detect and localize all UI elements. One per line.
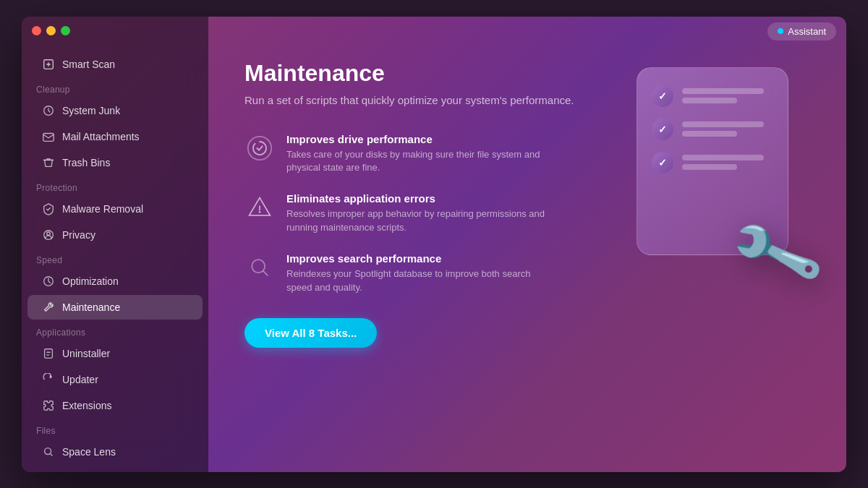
system-junk-label: System Junk bbox=[62, 105, 120, 116]
sidebar-item-uninstaller[interactable]: Uninstaller bbox=[27, 341, 203, 366]
sidebar-item-optimization[interactable]: Optimization bbox=[27, 269, 203, 294]
check-circle-2 bbox=[652, 119, 673, 140]
section-protection-label: Protection bbox=[22, 176, 208, 196]
assistant-dot bbox=[778, 28, 783, 34]
space-lens-icon bbox=[42, 445, 55, 458]
feature-app-title: Eliminates application errors bbox=[286, 192, 548, 205]
sidebar-item-updater[interactable]: Updater bbox=[27, 367, 203, 392]
extensions-icon bbox=[42, 399, 55, 412]
section-speed-label: Speed bbox=[22, 248, 208, 268]
sidebar-item-maintenance[interactable]: Maintenance bbox=[27, 295, 203, 320]
feature-drive-text: Improves drive performance Takes care of… bbox=[286, 133, 548, 176]
uninstaller-label: Uninstaller bbox=[62, 348, 110, 359]
features-list: Improves drive performance Takes care of… bbox=[244, 133, 548, 295]
checklist-row-1 bbox=[652, 85, 773, 107]
check-lines-2 bbox=[682, 121, 773, 137]
check-line bbox=[682, 121, 764, 127]
updater-icon bbox=[42, 373, 55, 386]
sidebar-item-system-junk[interactable]: System Junk bbox=[27, 98, 203, 123]
large-old-files-icon bbox=[42, 471, 55, 472]
optimization-icon bbox=[42, 275, 55, 288]
check-lines-1 bbox=[682, 88, 773, 103]
svg-point-10 bbox=[259, 211, 261, 213]
assistant-button[interactable]: Assistant bbox=[767, 22, 836, 40]
check-line bbox=[682, 164, 737, 170]
checklist-row-2 bbox=[652, 119, 773, 140]
malware-removal-icon bbox=[42, 202, 55, 215]
section-files-label: Files bbox=[22, 419, 208, 439]
extensions-label: Extensions bbox=[62, 400, 111, 411]
section-applications-label: Applications bbox=[22, 320, 208, 341]
traffic-lights bbox=[32, 26, 70, 35]
updater-label: Updater bbox=[62, 374, 98, 385]
check-line bbox=[682, 88, 764, 94]
sidebar-item-privacy[interactable]: Privacy bbox=[27, 223, 203, 247]
checklist-row-3 bbox=[652, 152, 773, 174]
svg-rect-2 bbox=[43, 133, 54, 141]
sidebar: Smart Scan Cleanup System Junk Mail Atta bbox=[22, 17, 208, 472]
sidebar-item-smart-scan[interactable]: Smart Scan bbox=[27, 52, 203, 77]
sidebar-item-extensions[interactable]: Extensions bbox=[27, 393, 203, 418]
app-errors-icon bbox=[244, 192, 275, 223]
trash-bins-label: Trash Bins bbox=[62, 157, 110, 168]
feature-search-title: Improves search performance bbox=[286, 252, 548, 265]
drive-performance-icon bbox=[244, 133, 275, 163]
malware-removal-label: Malware Removal bbox=[62, 203, 143, 215]
sidebar-item-large-old-files[interactable]: Large & Old Files bbox=[27, 466, 203, 472]
space-lens-label: Space Lens bbox=[62, 446, 116, 458]
sidebar-item-trash-bins[interactable]: Trash Bins bbox=[27, 150, 203, 175]
privacy-icon bbox=[42, 228, 55, 241]
sidebar-item-malware-removal[interactable]: Malware Removal bbox=[27, 197, 203, 221]
illustration: 🔧 bbox=[622, 53, 825, 299]
check-line bbox=[682, 155, 764, 160]
system-junk-icon bbox=[42, 104, 55, 117]
main-content: Maintenance Run a set of scripts that qu… bbox=[208, 17, 846, 472]
smart-scan-label: Smart Scan bbox=[62, 59, 115, 70]
svg-rect-6 bbox=[45, 348, 53, 358]
view-tasks-button[interactable]: View All 8 Tasks... bbox=[244, 318, 377, 348]
maintenance-icon bbox=[42, 301, 55, 314]
svg-point-7 bbox=[45, 448, 51, 454]
feature-app-desc: Resolves improper app behavior by repair… bbox=[286, 207, 548, 235]
smart-scan-icon bbox=[42, 58, 55, 71]
close-button[interactable] bbox=[32, 26, 41, 35]
trash-bins-icon bbox=[42, 156, 55, 169]
svg-point-9 bbox=[248, 136, 271, 159]
svg-point-11 bbox=[252, 260, 265, 273]
maximize-button[interactable] bbox=[61, 26, 70, 35]
optimization-label: Optimization bbox=[62, 275, 119, 287]
svg-point-4 bbox=[47, 231, 51, 235]
mail-attachments-icon bbox=[42, 130, 55, 143]
maintenance-label: Maintenance bbox=[62, 301, 120, 313]
search-performance-icon bbox=[244, 252, 275, 283]
uninstaller-icon bbox=[42, 347, 55, 360]
feature-drive-performance: Improves drive performance Takes care of… bbox=[244, 133, 548, 176]
check-line bbox=[682, 131, 737, 137]
app-window: Assistant Smart Scan Cleanup bbox=[22, 17, 846, 472]
titlebar: Assistant bbox=[22, 17, 846, 46]
assistant-label: Assistant bbox=[788, 26, 826, 37]
check-lines-3 bbox=[682, 155, 773, 170]
feature-search-desc: Reindexes your Spotlight database to imp… bbox=[286, 267, 548, 295]
sidebar-item-space-lens[interactable]: Space Lens bbox=[27, 440, 203, 464]
feature-drive-title: Improves drive performance bbox=[286, 133, 548, 145]
feature-app-text: Eliminates application errors Resolves i… bbox=[286, 192, 548, 235]
mail-attachments-label: Mail Attachments bbox=[62, 131, 140, 142]
minimize-button[interactable] bbox=[46, 26, 56, 35]
check-circle-3 bbox=[652, 152, 673, 174]
section-cleanup-label: Cleanup bbox=[22, 77, 208, 98]
feature-app-errors: Eliminates application errors Resolves i… bbox=[244, 192, 548, 235]
privacy-label: Privacy bbox=[62, 229, 95, 241]
check-circle-1 bbox=[652, 85, 673, 107]
feature-drive-desc: Takes care of your disks by making sure … bbox=[286, 148, 548, 176]
feature-search-text: Improves search performance Reindexes yo… bbox=[286, 252, 548, 295]
sidebar-item-mail-attachments[interactable]: Mail Attachments bbox=[27, 124, 203, 149]
check-line bbox=[682, 98, 737, 103]
feature-search-performance: Improves search performance Reindexes yo… bbox=[244, 252, 548, 295]
